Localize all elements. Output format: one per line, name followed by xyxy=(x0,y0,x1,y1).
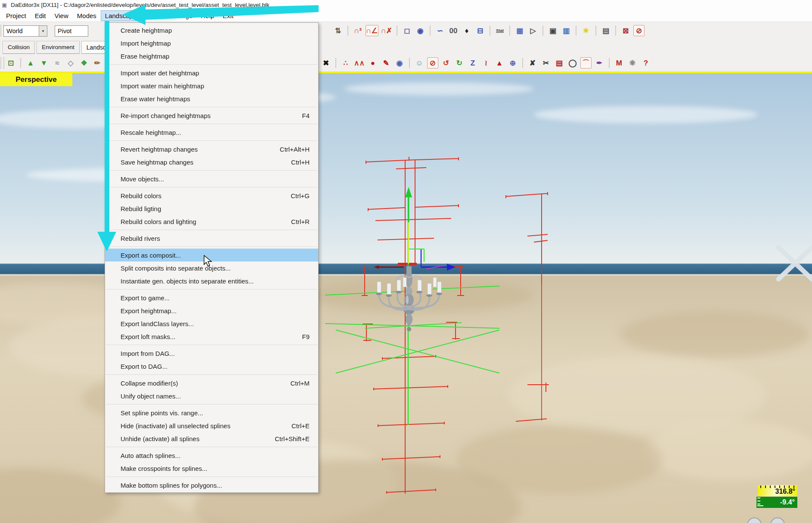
snap-grid-magnet-icon[interactable]: ∩³ xyxy=(352,25,363,36)
landscape-menu-item[interactable]: Rebuild colors Ctrl+G xyxy=(105,189,318,202)
snap-off-magnet-icon[interactable]: ∩✗ xyxy=(381,25,393,36)
polyline-icon[interactable]: ∧∧ xyxy=(353,57,365,68)
disable-square-icon[interactable]: ⊠ xyxy=(620,25,631,36)
curve-box-icon[interactable]: ⌒ xyxy=(580,57,592,68)
car-icon[interactable]: ⊟ xyxy=(474,25,486,36)
landscape-menu-item[interactable]: Import water main heightmap xyxy=(105,79,318,92)
landscape-menu-item[interactable]: Unify object names... xyxy=(105,389,318,402)
landscape-menu-item[interactable]: Save heightmap changes Ctrl+H xyxy=(105,156,318,168)
menubar-item[interactable]: Project xyxy=(2,10,31,21)
menubar-item[interactable]: Exit xyxy=(218,10,238,21)
brush-icon[interactable]: ✏ xyxy=(92,57,103,68)
menu-separator xyxy=(106,345,317,345)
palette-icon[interactable]: ❋ xyxy=(627,57,638,68)
help-icon[interactable]: ? xyxy=(640,57,651,68)
landscape-menu-item[interactable]: Make bottom splines for polygons... xyxy=(105,479,318,492)
spline-cross-tool-icon[interactable]: ✘ xyxy=(527,57,538,68)
landscape-menu-item[interactable]: Export loft masks... F9 xyxy=(105,330,318,343)
landscape-menu-item[interactable]: Import from DAG... xyxy=(105,347,318,360)
landscape-menu-item[interactable]: Auto attach splines... xyxy=(105,449,318,462)
render-eye-icon[interactable]: ◉ xyxy=(415,25,426,36)
lower-terrain-icon[interactable]: ▼ xyxy=(38,57,50,68)
landscape-menu-item[interactable]: Set spline points vis. range... xyxy=(105,406,318,419)
grid-tiles-icon[interactable]: ▦ xyxy=(514,25,525,36)
raise-terrain-icon[interactable]: ▲ xyxy=(25,57,36,68)
menubar-item[interactable]: Tools xyxy=(141,10,164,21)
landscape-menu-item[interactable]: Collapse modifier(s) Ctrl+M xyxy=(105,377,318,389)
waterdrop-icon[interactable]: ♦ xyxy=(461,25,472,36)
regenerate-green-icon[interactable]: ↻ xyxy=(454,57,465,68)
notes-icon[interactable]: ▤ xyxy=(600,25,611,36)
landscape-menu-item[interactable]: Split composits into separate objects... xyxy=(105,262,318,274)
footsteps-icon[interactable]: 00 xyxy=(448,25,459,36)
landscape-menu-item[interactable]: Import heightmap xyxy=(105,37,318,50)
menubar-item[interactable]: View xyxy=(50,10,73,21)
snap-angle-magnet-icon[interactable]: ∩∠ xyxy=(366,25,378,36)
stats-icon[interactable]: Stat xyxy=(494,25,505,36)
screenshot-camera-icon[interactable]: ▣ xyxy=(547,25,558,36)
landscape-menu-item[interactable]: Rebuild ligting xyxy=(105,202,318,215)
menubar-item[interactable]: Settings xyxy=(164,10,196,21)
regenerate-red-icon[interactable]: ↺ xyxy=(440,57,452,68)
paint-bucket-icon[interactable]: ❖ xyxy=(78,57,90,68)
delete-x-icon[interactable]: ✖ xyxy=(320,57,332,68)
spring-curl-icon[interactable]: ≀ xyxy=(480,57,492,68)
water-drop-icon[interactable]: ◇ xyxy=(65,57,76,68)
knife-icon[interactable]: ✒ xyxy=(594,57,605,68)
globe-icon[interactable]: ⊕ xyxy=(507,57,518,68)
menubar-item[interactable]: Edit xyxy=(31,10,50,21)
plugin-tab[interactable]: Environment xyxy=(37,41,80,54)
spline-cut-tool-icon[interactable]: ✂ xyxy=(540,57,552,68)
plugin-tab[interactable]: Collision xyxy=(3,41,35,54)
no-entity-icon[interactable]: ⊘ xyxy=(427,57,438,68)
scatter-points-icon[interactable]: ∴ xyxy=(340,57,351,68)
heightmap-screen-icon[interactable]: ⊡ xyxy=(5,57,16,68)
viewport-perspective-tab[interactable]: Perspective xyxy=(0,73,72,86)
menubar-item[interactable]: Help xyxy=(196,10,218,21)
landscape-menu-item[interactable]: Make crosspoints for splines... xyxy=(105,462,318,475)
sphere-icon[interactable]: ◉ xyxy=(394,57,405,68)
ellipse-icon[interactable]: ● xyxy=(367,57,378,68)
smooth-terrain-icon[interactable]: ≈ xyxy=(52,57,63,68)
freehand-icon[interactable]: ✎ xyxy=(381,57,392,68)
toolbar-grip[interactable] xyxy=(0,57,4,69)
landscape-menu-item[interactable]: Hide (inactivate) all unselected splines… xyxy=(105,419,318,432)
landscape-menu-item[interactable]: Export heightmap... xyxy=(105,304,318,317)
landscape-menu-item[interactable]: Instantiate gen. objects into separate e… xyxy=(105,274,318,287)
value-spinner-icon[interactable]: ⇅ xyxy=(332,25,344,36)
landscape-menu-item[interactable]: Export to game... xyxy=(105,291,318,304)
landscape-menu-item[interactable]: Import water det heightmap xyxy=(105,66,318,79)
pitch-angle-indicator: -9.4° xyxy=(756,497,797,508)
export-up-icon[interactable]: ▲ xyxy=(494,57,505,68)
landscape-menu-item[interactable]: Rebuild rivers xyxy=(105,232,318,245)
landscape-menu-item[interactable]: Erase heightmap xyxy=(105,50,318,62)
camera-view-icon[interactable]: ▷ xyxy=(527,25,539,36)
ring-icon[interactable]: ◯ xyxy=(567,57,578,68)
menubar-item[interactable]: Modes xyxy=(73,10,101,21)
landscape-menu-item[interactable]: Move objects... xyxy=(105,172,318,185)
entity-face-icon[interactable]: ☺ xyxy=(414,57,425,68)
world-select[interactable]: World ▼ xyxy=(3,25,47,37)
stats-camera-icon[interactable]: ▥ xyxy=(561,25,572,36)
landscape-menu-item[interactable]: Export to DAG... xyxy=(105,360,318,373)
landscape-menu-item[interactable]: Export landClass layers... xyxy=(105,317,318,330)
disable-compass-icon[interactable]: ⊘ xyxy=(633,25,645,36)
landscape-menu-item[interactable]: Re-import changed heightmaps F4 xyxy=(105,109,318,122)
landscape-menu-item[interactable]: Unhide (activate) all splines Ctrl+Shift… xyxy=(105,432,318,445)
pivot-select[interactable]: Pivot xyxy=(55,25,88,37)
landscape-menu-item[interactable]: Rebuild colors and lighting Ctrl+R xyxy=(105,215,318,228)
landscape-menu-item[interactable]: Erase water heightmaps xyxy=(105,92,318,105)
landscape-menu-item[interactable]: Export as composit... xyxy=(105,249,318,262)
z-order-icon[interactable]: Z xyxy=(467,57,478,68)
sun-light-icon[interactable]: ☀ xyxy=(580,25,592,36)
material-m-icon[interactable]: M xyxy=(614,57,625,68)
landscape-menu-item[interactable]: Revert heightmap changes Ctrl+Alt+H xyxy=(105,143,318,156)
landscape-menu-item[interactable]: Rescale heightmap... xyxy=(105,126,318,139)
mask-wings-icon[interactable]: ∽ xyxy=(434,25,446,36)
chevron-down-icon[interactable]: ▼ xyxy=(39,26,47,36)
toolbar-separator xyxy=(20,58,21,68)
objects-bag-icon[interactable]: ▤ xyxy=(554,57,565,68)
select-box-icon[interactable]: ◻ xyxy=(401,25,412,36)
menubar-item[interactable]: Landscape xyxy=(101,10,141,21)
landscape-menu-item[interactable]: Create heightmap xyxy=(105,24,318,37)
